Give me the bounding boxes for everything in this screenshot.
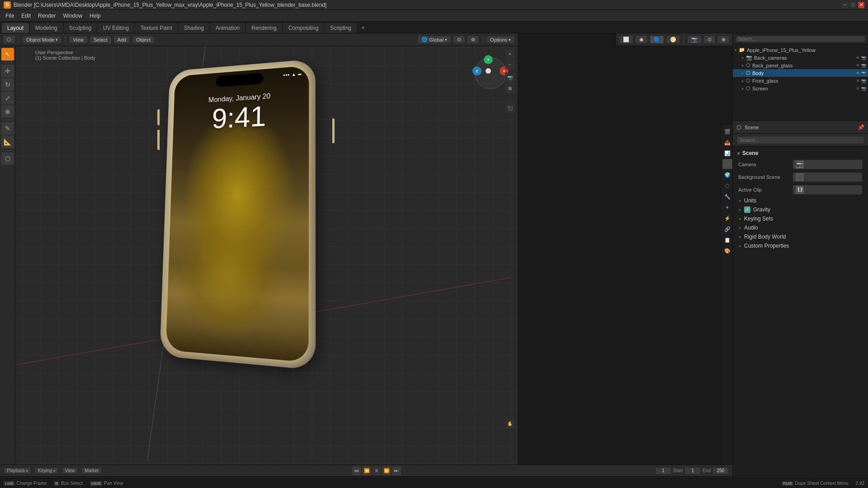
add-workspace-button[interactable]: +: [358, 22, 368, 33]
gizmo-center[interactable]: [486, 68, 491, 74]
constraints-btn[interactable]: 🔗: [722, 224, 732, 234]
snap-button[interactable]: ⊙: [453, 35, 465, 44]
end-frame-input[interactable]: [712, 467, 729, 475]
vp-hand-tool[interactable]: ✋: [505, 418, 515, 428]
render-icon5[interactable]: 📷: [861, 86, 866, 91]
tree-item-back-panel[interactable]: ▸ ⬡ Back_panel_glass 👁 📷: [733, 61, 868, 69]
eye-icon3[interactable]: 👁: [856, 71, 860, 75]
tree-item-collection[interactable]: ▾ 📁 Apple_iPhone_15_Plus_Yellow: [733, 46, 868, 54]
play-btn[interactable]: ⏸: [372, 466, 381, 475]
custom-properties-section[interactable]: ▸ Custom Properties: [735, 241, 866, 250]
render-icon-small[interactable]: 📷: [861, 56, 866, 60]
data-btn[interactable]: 📋: [722, 235, 732, 245]
render-icon2[interactable]: 📷: [861, 63, 866, 68]
properties-pin[interactable]: 📌: [858, 124, 864, 131]
eye-icon5[interactable]: 👁: [856, 86, 860, 91]
minimize-button[interactable]: ─: [842, 2, 848, 8]
eye-icon4[interactable]: 👁: [856, 79, 860, 83]
scale-tool[interactable]: ⤢: [1, 92, 14, 104]
tab-sculpting[interactable]: Sculpting: [64, 23, 97, 33]
play-forward-btn[interactable]: ⏩: [382, 466, 391, 475]
vp-zoom-in[interactable]: +: [505, 49, 515, 59]
tab-texture-paint[interactable]: Texture Paint: [135, 23, 178, 33]
current-frame-input[interactable]: [655, 467, 671, 475]
rigid-body-world-section[interactable]: ▸ Rigid Body World: [735, 232, 866, 241]
viewport-shading-render[interactable]: 🌕: [666, 35, 680, 44]
particles-btn[interactable]: ✦: [722, 202, 732, 212]
gizmo-z-axis[interactable]: Z: [472, 66, 481, 75]
measure-tool[interactable]: 📐: [1, 136, 14, 148]
tab-animation[interactable]: Animation: [210, 23, 245, 33]
maximize-button[interactable]: □: [850, 2, 856, 8]
start-frame-input[interactable]: [684, 467, 701, 475]
add-menu[interactable]: Add: [113, 36, 131, 44]
camera-view[interactable]: 📷: [687, 35, 702, 44]
tree-item-body[interactable]: ▸ ⬡ Body 👁 📷: [733, 69, 868, 77]
transform-orientation[interactable]: 🌐 Global ▾: [417, 35, 451, 44]
options-button[interactable]: Options ▾: [486, 36, 515, 44]
eye-icon2[interactable]: 👁: [856, 63, 860, 68]
keying-menu[interactable]: Keying ▾: [35, 467, 58, 474]
camera-value[interactable]: 📷: [793, 160, 863, 169]
move-tool[interactable]: ✛: [1, 65, 14, 77]
add-cube-tool[interactable]: ⬡: [1, 152, 14, 165]
scene-properties-btn[interactable]: 🎥: [722, 159, 732, 169]
vp-zoom-out[interactable]: −: [505, 60, 515, 70]
render-icon3[interactable]: 📷: [861, 71, 866, 75]
properties-search-input[interactable]: [736, 136, 864, 144]
output-properties-btn[interactable]: 📤: [722, 137, 732, 147]
tab-rendering[interactable]: Rendering: [246, 23, 282, 33]
tab-shading[interactable]: Shading: [179, 23, 209, 33]
object-mode-select[interactable]: Object Mode ▾: [22, 36, 62, 44]
viewport-3d[interactable]: User Perspective (1) Scene Collection | …: [15, 46, 518, 465]
menu-file[interactable]: File: [2, 12, 18, 20]
view-menu[interactable]: View: [69, 36, 88, 44]
view-menu-tl[interactable]: View: [62, 467, 78, 474]
material-btn[interactable]: 🎨: [722, 246, 732, 256]
audio-section[interactable]: ▸ Audio: [735, 223, 866, 232]
outliner-search-input[interactable]: [736, 36, 865, 42]
tree-item-screen[interactable]: ▸ ⬡ Screen 👁 📷: [733, 84, 868, 92]
scene-section-header[interactable]: ▾ Scene: [735, 148, 866, 158]
tree-item-back-cameras[interactable]: ▸ 📷 Back_cameras 👁 📷: [733, 54, 868, 61]
background-scene-value[interactable]: 🎥: [793, 172, 863, 182]
modifier-properties-btn[interactable]: 🔧: [722, 192, 732, 202]
eye-icon[interactable]: 👁: [856, 56, 860, 60]
select-box-tool[interactable]: ↖: [1, 48, 14, 61]
viewport-shading-wire[interactable]: ⬜: [619, 35, 633, 44]
rotate-tool[interactable]: ↻: [1, 78, 14, 91]
gravity-section[interactable]: ▸ ✓ Gravity: [735, 205, 866, 214]
vp-grid-icon[interactable]: ⊞: [505, 83, 515, 93]
physics-btn[interactable]: ⚡: [722, 213, 732, 223]
gizmo-y-axis[interactable]: Y: [484, 55, 493, 64]
viewport-shading-solid[interactable]: ◉: [635, 35, 648, 44]
jump-end-btn[interactable]: ⏭: [392, 466, 401, 475]
world-properties-btn[interactable]: 🌍: [722, 170, 732, 180]
view-layer-btn[interactable]: 📊: [722, 148, 732, 158]
gravity-checkbox[interactable]: ✓: [744, 206, 750, 213]
play-reverse-btn[interactable]: ⏪: [362, 466, 371, 475]
tab-scripting[interactable]: Scripting: [325, 23, 357, 33]
select-menu[interactable]: Select: [90, 36, 112, 44]
viewport-shading-material[interactable]: 🔵: [650, 35, 664, 44]
menu-help[interactable]: Help: [86, 12, 104, 20]
menu-window[interactable]: Window: [59, 12, 86, 20]
navigation-gizmo[interactable]: X Y Z: [472, 55, 509, 91]
jump-start-btn[interactable]: ⏮: [352, 466, 361, 475]
gizmo-toggle[interactable]: ⊕: [717, 35, 730, 44]
menu-edit[interactable]: Edit: [18, 12, 34, 20]
render-properties-btn[interactable]: 🎬: [722, 127, 732, 136]
vp-camera-icon[interactable]: 📷: [505, 72, 515, 82]
editor-type-button[interactable]: ⬡: [3, 35, 15, 44]
units-section[interactable]: ▸ Units: [735, 196, 866, 205]
object-menu[interactable]: Object: [132, 36, 155, 44]
playback-menu[interactable]: Playback ▾: [4, 467, 31, 474]
object-properties-btn[interactable]: ⬡: [722, 181, 732, 191]
proportional-edit[interactable]: ⊚: [467, 35, 479, 44]
overlay-toggle[interactable]: ⊙: [703, 35, 716, 44]
tab-modeling[interactable]: Modeling: [30, 23, 63, 33]
close-button[interactable]: ✕: [858, 2, 864, 8]
active-clip-value[interactable]: 🎞: [793, 185, 863, 195]
keying-sets-section[interactable]: ▸ Keying Sets: [735, 214, 866, 223]
tab-layout[interactable]: Layout: [2, 23, 29, 33]
